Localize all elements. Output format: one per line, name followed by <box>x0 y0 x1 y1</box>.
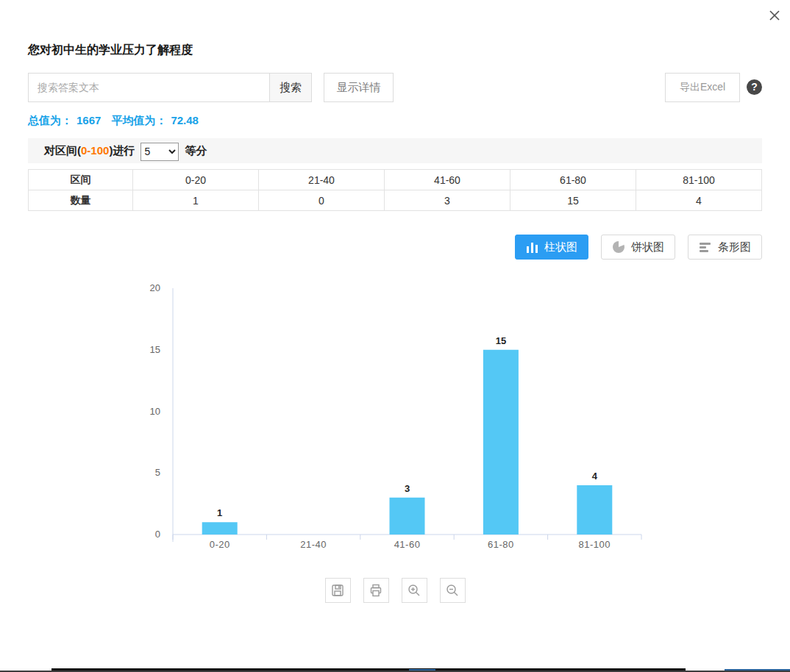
table-row: 区间 0-20 21-40 41-60 61-80 81-100 <box>29 170 762 190</box>
pie-chart-button[interactable]: 饼状图 <box>601 235 675 260</box>
save-chart-icon[interactable] <box>325 578 351 603</box>
interval-config-bar: 对区间(0-100)进行5等分 <box>28 138 762 163</box>
chart-toolbar <box>0 578 790 603</box>
count-cell: 3 <box>385 190 510 211</box>
svg-text:41-60: 41-60 <box>394 539 421 550</box>
chart-type-switcher: 柱状图 饼状图 条形图 <box>515 235 762 260</box>
interval-cell: 61-80 <box>510 170 636 190</box>
row-header-count: 数量 <box>29 190 133 211</box>
bar-chart: 0510152010-2021-40341-601561-80481-100 <box>0 281 790 568</box>
zoom-out-icon[interactable] <box>440 578 466 603</box>
count-cell: 0 <box>259 190 385 211</box>
row-header-interval: 区间 <box>29 170 133 190</box>
help-icon[interactable]: ? <box>747 79 762 95</box>
page-behind-modal-strip <box>0 665 790 672</box>
svg-text:20: 20 <box>150 282 160 293</box>
interval-cell: 41-60 <box>385 170 510 190</box>
svg-text:1: 1 <box>217 507 222 518</box>
average-value: 72.48 <box>171 114 199 126</box>
interval-middle: )进行 <box>109 144 135 157</box>
show-detail-button[interactable]: 显示详情 <box>324 73 394 102</box>
svg-text:81-100: 81-100 <box>579 539 611 550</box>
horizontal-bar-chart-icon <box>699 241 712 254</box>
stats-summary: 总值为：1667平均值为：72.48 <box>28 114 199 128</box>
svg-text:0: 0 <box>155 529 160 540</box>
search-input[interactable] <box>28 73 269 102</box>
count-cell: 1 <box>133 190 259 211</box>
total-label: 总值为： <box>28 114 72 126</box>
horizontal-bar-chart-button[interactable]: 条形图 <box>688 235 762 260</box>
interval-count-select[interactable]: 5 <box>140 143 179 161</box>
page-title: 您对初中生的学业压力了解程度 <box>28 43 193 58</box>
zoom-in-icon[interactable] <box>402 578 427 603</box>
export-excel-button[interactable]: 导出Excel <box>665 73 740 102</box>
svg-text:5: 5 <box>155 467 160 478</box>
question-stats-modal: 您对初中生的学业压力了解程度 搜索 显示详情 导出Excel ? 总值为：166… <box>0 0 790 672</box>
distribution-table: 区间 0-20 21-40 41-60 61-80 81-100 数量 1 0 … <box>28 169 762 211</box>
count-cell: 15 <box>510 190 636 211</box>
print-chart-icon[interactable] <box>363 578 389 603</box>
interval-cell: 21-40 <box>259 170 385 190</box>
close-icon[interactable] <box>765 6 784 25</box>
bar-chart-button[interactable]: 柱状图 <box>515 235 588 260</box>
svg-text:61-80: 61-80 <box>488 539 514 550</box>
average-label: 平均值为： <box>111 114 166 126</box>
pie-chart-icon <box>612 240 625 254</box>
svg-text:3: 3 <box>405 483 410 494</box>
svg-text:15: 15 <box>150 344 160 355</box>
interval-cell: 0-20 <box>133 170 259 190</box>
interval-range: 0-100 <box>81 144 109 157</box>
search-button[interactable]: 搜索 <box>269 73 312 102</box>
svg-text:4: 4 <box>592 471 598 482</box>
svg-text:10: 10 <box>150 406 160 417</box>
svg-text:15: 15 <box>496 335 506 346</box>
interval-suffix: 等分 <box>185 144 207 157</box>
table-row: 数量 1 0 3 15 4 <box>29 190 762 211</box>
interval-cell: 81-100 <box>636 170 762 190</box>
count-cell: 4 <box>636 190 762 211</box>
interval-prefix: 对区间( <box>44 144 81 157</box>
total-value: 1667 <box>76 114 101 126</box>
svg-text:21-40: 21-40 <box>300 539 327 550</box>
bar-chart-icon <box>526 241 538 254</box>
svg-text:0-20: 0-20 <box>210 539 230 550</box>
